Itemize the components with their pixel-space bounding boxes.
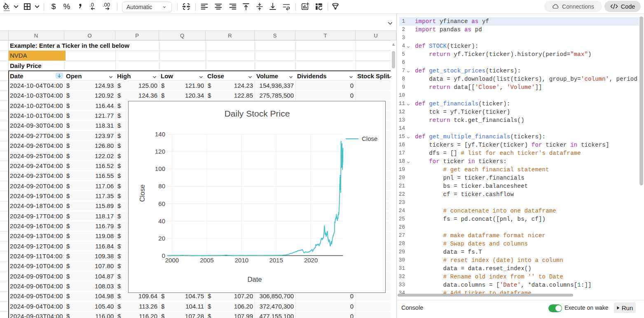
- svg-text:Daily Stock Price: Daily Stock Price: [225, 109, 290, 118]
- svg-text:20: 20: [158, 235, 165, 242]
- svg-text:2000: 2000: [165, 257, 179, 264]
- svg-text:2020: 2020: [304, 257, 318, 264]
- svg-text:2005: 2005: [200, 257, 213, 264]
- svg-text:60: 60: [158, 200, 165, 207]
- svg-text:Close: Close: [362, 135, 377, 142]
- svg-text:2010: 2010: [235, 257, 248, 264]
- svg-text:2015: 2015: [269, 257, 283, 264]
- svg-text:Date: Date: [248, 276, 262, 283]
- svg-text:40: 40: [158, 217, 165, 224]
- svg-text:100: 100: [155, 165, 165, 172]
- svg-text:120: 120: [155, 148, 165, 155]
- svg-text:140: 140: [155, 131, 165, 138]
- svg-text:80: 80: [158, 182, 165, 189]
- svg-text:Close: Close: [138, 185, 146, 202]
